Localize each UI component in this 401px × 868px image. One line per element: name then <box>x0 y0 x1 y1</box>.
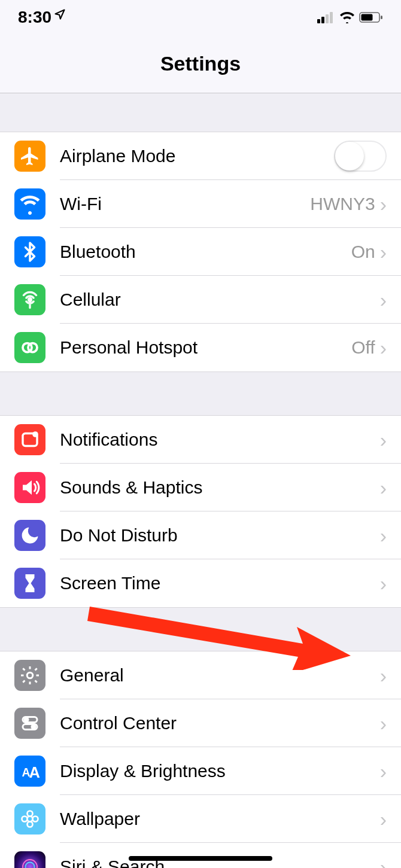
general-icon <box>14 660 45 691</box>
row-label: Do Not Disturb <box>60 525 380 546</box>
home-indicator[interactable] <box>129 856 272 861</box>
settings-group-connectivity: Airplane Mode Wi-Fi HWNY3 › Bluetooth On… <box>0 132 401 372</box>
row-sounds-haptics[interactable]: Sounds & Haptics › <box>0 464 401 511</box>
row-label: Cellular <box>60 290 380 310</box>
row-do-not-disturb[interactable]: Do Not Disturb › <box>0 511 401 559</box>
status-time: 8:30 <box>18 0 51 35</box>
chevron-right-icon: › <box>380 808 387 831</box>
battery-icon <box>359 11 383 23</box>
row-value: On <box>351 242 375 262</box>
screen-time-icon <box>14 568 45 599</box>
row-label: Screen Time <box>60 573 380 593</box>
svg-point-11 <box>32 431 38 437</box>
settings-group-preferences: Notifications › Sounds & Haptics › Do No… <box>0 415 401 608</box>
row-label: Bluetooth <box>60 242 351 262</box>
row-control-center[interactable]: Control Center › <box>0 699 401 747</box>
bluetooth-icon <box>14 236 45 267</box>
row-label: Display & Brightness <box>60 761 380 781</box>
chevron-right-icon: › <box>380 428 387 452</box>
row-label: Airplane Mode <box>60 146 334 166</box>
chevron-right-icon: › <box>380 240 387 264</box>
control-center-icon <box>14 708 45 739</box>
settings-group-system: General › Control Center › AA Display & … <box>0 651 401 868</box>
svg-text:A: A <box>29 764 40 781</box>
row-label: Notifications <box>60 430 380 450</box>
svg-rect-6 <box>381 16 382 19</box>
sounds-icon <box>14 472 45 503</box>
row-wifi[interactable]: Wi-Fi HWNY3 › <box>0 180 401 228</box>
svg-point-23 <box>33 817 38 822</box>
airplane-toggle[interactable] <box>334 141 387 172</box>
svg-rect-3 <box>330 12 333 23</box>
svg-rect-1 <box>321 17 324 23</box>
svg-point-20 <box>28 811 33 817</box>
chevron-right-icon: › <box>380 193 387 216</box>
row-label: General <box>60 665 380 686</box>
cellular-signal-icon <box>317 11 335 23</box>
airplane-icon <box>14 141 45 172</box>
chevron-right-icon: › <box>380 664 387 687</box>
chevron-right-icon: › <box>380 336 387 360</box>
row-value: HWNY3 <box>310 194 375 214</box>
row-label: Wallpaper <box>60 809 380 829</box>
page-title: Settings <box>160 52 241 75</box>
svg-point-24 <box>23 860 37 868</box>
svg-rect-2 <box>326 14 329 23</box>
svg-point-7 <box>29 299 32 301</box>
row-label: Personal Hotspot <box>60 337 351 358</box>
row-label: Control Center <box>60 713 380 733</box>
row-siri-search[interactable]: Siri & Search › <box>0 843 401 868</box>
chevron-right-icon: › <box>380 760 387 783</box>
svg-rect-0 <box>317 19 320 23</box>
wifi-icon <box>339 11 356 23</box>
row-bluetooth[interactable]: Bluetooth On › <box>0 228 401 276</box>
chevron-right-icon: › <box>380 288 387 312</box>
dnd-icon <box>14 520 45 551</box>
location-icon <box>54 0 66 33</box>
cellular-icon <box>14 284 45 315</box>
row-value: Off <box>351 337 375 358</box>
svg-point-14 <box>25 718 28 721</box>
notifications-icon <box>14 424 45 455</box>
wifi-row-icon <box>14 188 45 220</box>
wallpaper-icon <box>14 803 45 835</box>
row-notifications[interactable]: Notifications › <box>0 416 401 464</box>
svg-point-16 <box>32 725 35 729</box>
hotspot-icon <box>14 332 45 363</box>
svg-point-21 <box>28 822 33 827</box>
row-wallpaper[interactable]: Wallpaper › <box>0 795 401 843</box>
row-display-brightness[interactable]: AA Display & Brightness › <box>0 747 401 795</box>
row-cellular[interactable]: Cellular › <box>0 276 401 324</box>
row-airplane-mode[interactable]: Airplane Mode <box>0 132 401 180</box>
svg-point-12 <box>27 672 33 678</box>
chevron-right-icon: › <box>380 524 387 547</box>
chevron-right-icon: › <box>380 855 387 869</box>
svg-point-25 <box>26 863 35 869</box>
row-label: Wi-Fi <box>60 194 310 214</box>
svg-rect-5 <box>361 14 373 21</box>
chevron-right-icon: › <box>380 572 387 595</box>
display-icon: AA <box>14 756 45 787</box>
siri-icon <box>14 851 45 868</box>
page-header: Settings <box>0 35 401 93</box>
chevron-right-icon: › <box>380 712 387 735</box>
row-label: Sounds & Haptics <box>60 477 380 498</box>
svg-point-22 <box>22 817 28 822</box>
group-spacer <box>0 608 401 651</box>
group-spacer <box>0 372 401 415</box>
status-bar: 8:30 <box>0 0 401 35</box>
row-personal-hotspot[interactable]: Personal Hotspot Off › <box>0 324 401 371</box>
group-spacer <box>0 93 401 132</box>
chevron-right-icon: › <box>380 476 387 500</box>
row-general[interactable]: General › <box>0 651 401 699</box>
row-screen-time[interactable]: Screen Time › <box>0 559 401 607</box>
